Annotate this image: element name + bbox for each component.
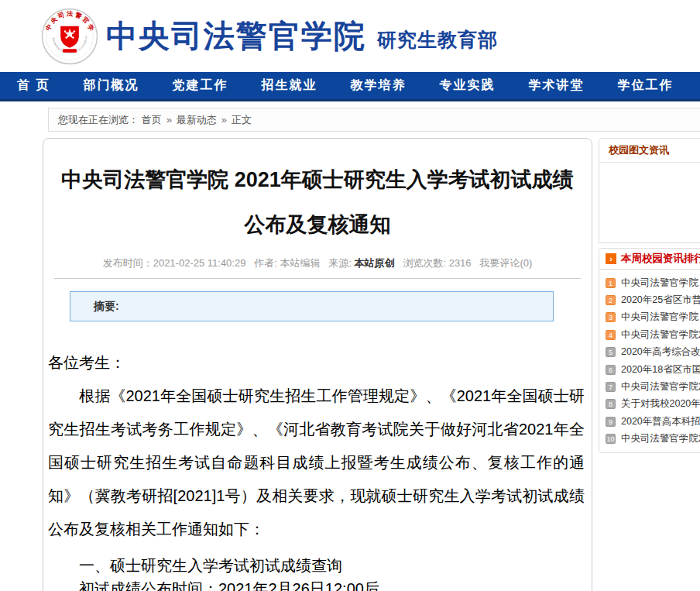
ranking-item-3[interactable]: 3中央司法警官学院 20 <box>606 309 700 326</box>
comment-link[interactable]: 我要评论(0) <box>479 257 532 269</box>
ranking-item-4[interactable]: 4中央司法警官学院20 <box>606 326 700 343</box>
nav-item-party-building[interactable]: 党建工作 <box>172 77 228 94</box>
ranking-item-9[interactable]: 92020年普高本科招生 <box>606 413 700 430</box>
ranking-item-2[interactable]: 22020年25省区市普通 <box>606 291 700 308</box>
article-title: 中央司法警官学院 2021年硕士研究生入学考试初试成绩 公布及复核通知 <box>43 157 592 247</box>
weekly-ranking-box: › 本周校园资讯排行 1中央司法警官学院 20 22020年25省区市普通 3中… <box>599 248 700 453</box>
source-value: 本站原创 <box>355 257 395 269</box>
weekly-ranking-header: › 本周校园资讯排行 <box>599 249 700 270</box>
rank-5-badge: 5 <box>606 347 616 357</box>
source-label: 来源: <box>328 257 354 269</box>
rank-7-badge: 7 <box>606 382 616 392</box>
nav-item-dept-overview[interactable]: 部门概况 <box>83 77 139 94</box>
rank-6-badge: 6 <box>606 365 616 375</box>
ranking-item-text: 中央司法警官学院 20 <box>621 277 700 290</box>
breadcrumb-current: 正文 <box>232 113 252 127</box>
author-label: 作者: <box>254 257 280 269</box>
campus-photo-news-box: 校园图文资讯 <box>599 138 700 243</box>
weekly-ranking-title: 本周校园资讯排行 <box>621 252 700 266</box>
rank-1-badge: 1 <box>606 278 616 288</box>
school-emblem-icon[interactable]: 中央司法警官学院 The National Police University … <box>41 8 98 65</box>
publish-time-line: 初试成绩公布时间：2021年2月26日12:00后。 <box>48 577 585 591</box>
ranking-item-text: 中央司法警官学院20 <box>621 432 700 445</box>
ranking-item-7[interactable]: 7中央司法警官学院20 <box>606 378 700 395</box>
article-body: 各位考生： 根据《2021年全国硕士研究生招生工作管理规定》、《2021年全国硕… <box>43 346 592 591</box>
ranking-item-text: 2020年普高本科招生 <box>621 415 700 428</box>
site-header: 中央司法警官学院 The National Police University … <box>0 0 700 72</box>
department-name: 研究生教育部 <box>377 27 498 53</box>
nav-item-lectures[interactable]: 学术讲堂 <box>528 77 584 94</box>
breadcrumb-separator: » <box>166 114 172 125</box>
nav-item-teaching[interactable]: 教学培养 <box>350 77 406 94</box>
summary-label: 摘要: <box>94 300 119 314</box>
summary-box: 摘要: <box>70 291 554 321</box>
author-value: 本站编辑 <box>280 257 321 269</box>
ranking-item-text: 中央司法警官学院20 <box>621 380 700 393</box>
breadcrumb-prefix: 您现在正在浏览： <box>58 113 139 127</box>
nav-item-practice[interactable]: 专业实践 <box>439 77 495 94</box>
article-meta: 发布时间：2021-02-25 11:40:29 作者: 本站编辑 来源: 本站… <box>43 256 592 270</box>
sidebar: 校园图文资讯 › 本周校园资讯排行 1中央司法警官学院 20 22020年25省… <box>599 138 700 453</box>
ranking-item-text: 关于对我校2020年硕 <box>621 397 700 411</box>
breadcrumb-home-link[interactable]: 首页 <box>142 113 162 127</box>
ranking-item-6[interactable]: 62020年18省区市国家 <box>606 361 700 378</box>
main-nav: 首 页 部门概况 党建工作 招生就业 教学培养 专业实践 学术讲堂 学位工作 研… <box>0 72 700 101</box>
rank-8-badge: 8 <box>606 399 616 409</box>
ranking-item-1[interactable]: 1中央司法警官学院 20 <box>606 274 700 291</box>
salutation: 各位考生： <box>48 346 585 380</box>
page: 中央司法警官学院 The National Police University … <box>0 0 700 591</box>
rank-9-badge: 9 <box>606 417 616 427</box>
ranking-item-8[interactable]: 8关于对我校2020年硕 <box>606 396 700 413</box>
views-count: 2316 <box>449 257 472 269</box>
brand: 中央司法警官学院 研究生教育部 <box>106 15 498 57</box>
nav-item-home[interactable]: 首 页 <box>17 77 50 94</box>
publish-time-label: 发布时间： <box>103 257 153 269</box>
nav-item-degree-work[interactable]: 学位工作 <box>617 77 673 94</box>
school-name: 中央司法警官学院 <box>106 15 366 57</box>
ranking-item-5[interactable]: 52020年高考综合改革 <box>606 344 700 361</box>
ranking-item-10[interactable]: 10中央司法警官学院20 <box>606 431 700 448</box>
ranking-item-text: 2020年25省区市普通 <box>621 294 700 307</box>
ranking-list: 1中央司法警官学院 20 22020年25省区市普通 3中央司法警官学院 20 … <box>599 270 700 452</box>
meta-divider <box>54 278 581 279</box>
publish-time-value: 2021-02-25 11:40:29 <box>153 257 246 269</box>
breadcrumb-section-link[interactable]: 最新动态 <box>177 113 217 127</box>
arrow-right-icon: › <box>606 253 616 264</box>
views-label: 浏览次数: <box>403 257 448 269</box>
article-title-line1: 中央司法警官学院 2021年硕士研究生入学考试初试成绩 <box>43 157 592 202</box>
breadcrumb: 您现在正在浏览： 首页 » 最新动态 » 正文 <box>48 108 700 132</box>
breadcrumb-separator: » <box>221 114 227 125</box>
ranking-item-text: 2020年高考综合改革 <box>621 345 700 359</box>
ranking-item-text: 中央司法警官学院 20 <box>621 311 700 324</box>
rank-4-badge: 4 <box>606 330 616 340</box>
section-1-heading: 一、硕士研究生入学考试初试成绩查询 <box>48 554 585 577</box>
rank-3-badge: 3 <box>606 312 616 322</box>
article-title-line2: 公布及复核通知 <box>43 202 592 247</box>
rank-10-badge: 10 <box>606 434 616 444</box>
body-paragraph-1: 根据《2021年全国硕士研究生招生工作管理规定》、《2021年全国硕士研究生招生… <box>48 380 585 546</box>
article-container: 中央司法警官学院 2021年硕士研究生入学考试初试成绩 公布及复核通知 发布时间… <box>43 138 592 591</box>
ranking-item-text: 中央司法警官学院20 <box>621 328 700 342</box>
campus-photo-news-title: 校园图文资讯 <box>599 139 700 163</box>
ranking-item-text: 2020年18省区市国家 <box>621 363 700 376</box>
nav-item-admissions-employment[interactable]: 招生就业 <box>261 77 317 94</box>
rank-2-badge: 2 <box>606 295 616 305</box>
